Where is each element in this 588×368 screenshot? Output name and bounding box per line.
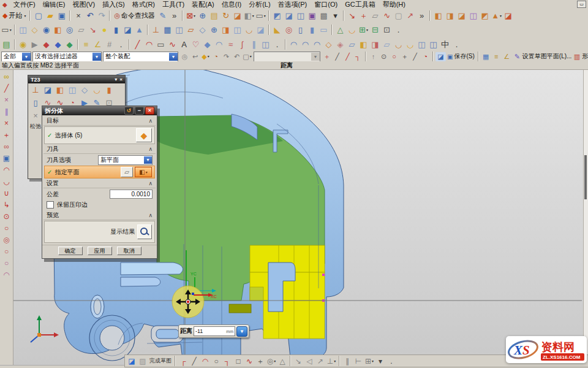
constraint-icon[interactable]: ⊥▾	[326, 356, 337, 366]
point-on-curve-icon[interactable]: ╱	[410, 52, 420, 61]
shaded-edges-icon[interactable]: ◩	[271, 10, 283, 21]
chevron-down-icon[interactable]: ▼	[22, 53, 31, 61]
menu-file[interactable]: 文件(F)	[10, 0, 39, 9]
resize-blend-icon[interactable]: ◩	[479, 10, 491, 21]
menu-window[interactable]: 窗口(O)	[311, 0, 341, 9]
sheet-body-icon[interactable]: ◫	[232, 24, 243, 36]
p-bend-icon[interactable]: ◡	[91, 84, 103, 96]
shaded-icon[interactable]: ◪	[283, 10, 295, 21]
dot-icon[interactable]: .	[393, 24, 404, 36]
plane-dialog-button[interactable]: ▱	[121, 167, 133, 177]
more-icon[interactable]: ▾	[375, 356, 386, 366]
bend-icon[interactable]: ◡	[243, 24, 255, 36]
thicken-sheet-icon[interactable]: ◨	[369, 39, 381, 50]
snap-red-icon[interactable]: ◆	[40, 39, 52, 50]
thicken-icon[interactable]: ◨	[220, 24, 232, 36]
palette-close-button[interactable]: ×	[119, 77, 123, 82]
rotate-icon[interactable]: ↻	[220, 10, 232, 21]
type-filter-dropdown[interactable]: 全部 ▼	[1, 52, 31, 62]
compass-icon[interactable]: ◔	[211, 52, 221, 61]
command-finder-button[interactable]: ◎命令查找器	[112, 11, 157, 20]
boss-icon[interactable]: ⊕	[208, 24, 220, 36]
finish-sketch-label[interactable]: 完成草图	[148, 357, 173, 365]
dialog-reset-button[interactable]: ↺	[124, 107, 134, 115]
ok-button[interactable]: 确定	[58, 247, 83, 255]
section-settings[interactable]: 设置 ∧	[43, 179, 156, 188]
text-icon[interactable]: A	[178, 39, 190, 50]
reverse-icon[interactable]: ↩	[190, 52, 200, 61]
move-face-icon[interactable]: ◧	[432, 10, 444, 21]
sphere-icon[interactable]: ●	[99, 24, 110, 36]
spline-icon[interactable]: ∿	[167, 39, 178, 50]
bars-icon[interactable]: ≡	[491, 52, 502, 61]
specify-plane-row[interactable]: ✓ 指定平面 ▱ ◧▾	[44, 166, 155, 178]
p-tube-icon[interactable]: ▯	[29, 97, 42, 109]
undo-icon[interactable]: ↶	[84, 10, 96, 21]
revolve-icon[interactable]: ◎	[64, 24, 75, 36]
pan-icon[interactable]: ▤	[208, 10, 220, 21]
circle-b-icon[interactable]: ○	[1, 222, 12, 234]
cross-icon[interactable]: ×	[1, 117, 12, 129]
sketch-display-icon[interactable]: ▨	[137, 356, 148, 366]
line-sk-icon[interactable]: ╱	[1, 82, 12, 94]
bounded-plane-icon[interactable]: ◧	[358, 39, 369, 50]
mid-point-icon[interactable]: ⊙	[379, 52, 389, 61]
more-display-icon[interactable]: ▾	[330, 10, 341, 21]
p-cross-icon[interactable]: ×	[29, 110, 42, 121]
chevron-down-icon[interactable]: ▼	[144, 156, 152, 164]
studio-spline-icon[interactable]: ∿	[244, 356, 255, 366]
angle-icon[interactable]: ∠	[502, 52, 512, 61]
pen-icon[interactable]: ✎	[157, 10, 168, 21]
menu-help[interactable]: 帮助(H)	[379, 0, 409, 9]
point-icon[interactable]: ＋	[255, 356, 266, 366]
fillet-icon[interactable]: ┐	[222, 356, 233, 366]
patch-icon[interactable]: ◆	[202, 39, 213, 50]
replace-face-icon[interactable]: ◫	[467, 10, 479, 21]
swept-icon[interactable]: ◠	[288, 39, 300, 50]
lasso-icon[interactable]: ▢▾	[242, 52, 252, 61]
edge-blend-icon[interactable]: ◡	[346, 24, 358, 36]
menu-analysis[interactable]: 分析(L)	[245, 0, 274, 9]
leader-icon[interactable]: ↳	[1, 199, 12, 210]
wireframe-icon[interactable]: ◫	[295, 10, 306, 21]
two-circles-icon[interactable]: ∞	[1, 140, 12, 152]
overflow-icon[interactable]: »	[168, 10, 180, 21]
close-icon[interactable]: ×	[72, 10, 84, 21]
surface-icon[interactable]: ◠	[213, 39, 225, 50]
section-curve-icon[interactable]: ＋	[358, 10, 369, 21]
end-point-icon[interactable]: ↑	[368, 52, 379, 61]
section-target[interactable]: 目标 ∧	[43, 117, 156, 126]
plane-options-button[interactable]: ◧▾	[135, 167, 152, 177]
zoom-icon[interactable]: ⊕	[197, 10, 208, 21]
cancel-button[interactable]: 取消	[117, 247, 141, 255]
offset-curve-icon[interactable]: ◎▾	[266, 356, 277, 366]
arc-b-icon[interactable]: ◡	[1, 175, 12, 187]
trim-sk-icon[interactable]: ×	[1, 94, 12, 105]
profile-icon[interactable]: ┌	[178, 356, 189, 366]
save-button[interactable]: ▣保存(S)	[446, 52, 476, 61]
fit-view-icon[interactable]: ⊠▾	[185, 10, 197, 21]
pipe2-icon[interactable]: ◫	[260, 39, 271, 50]
plus-colored-icon[interactable]: ＋	[322, 52, 332, 61]
circle-a-icon[interactable]: ⊙	[1, 210, 12, 222]
menu-insert[interactable]: 插入(S)	[99, 0, 129, 9]
studio-surface-icon[interactable]: ▱	[346, 39, 358, 50]
section-tool[interactable]: 刀具 ∧	[43, 145, 156, 154]
gear-icon[interactable]: ◎	[179, 52, 190, 61]
quadrant-icon[interactable]: ◔	[420, 52, 431, 61]
collapse-icon[interactable]: ∧	[148, 212, 153, 218]
scrollbar-thumb[interactable]	[584, 155, 587, 199]
section-preview[interactable]: 预览 ∧	[43, 211, 156, 220]
offset-surface-icon[interactable]: ▱	[381, 39, 393, 50]
keep-imprinted-checkbox[interactable]	[47, 201, 54, 209]
tube-icon[interactable]: ▯	[295, 24, 306, 36]
show-result-button[interactable]	[137, 224, 152, 239]
p-blend-icon[interactable]: ◇	[78, 84, 91, 96]
arc-c-icon[interactable]: ◠	[200, 356, 211, 366]
line-icon[interactable]: ╱	[132, 39, 143, 50]
open-file-icon[interactable]: ▰	[44, 10, 56, 21]
arc-icon[interactable]: ◠	[143, 39, 155, 50]
intersect-pt-icon[interactable]: ↗	[315, 356, 326, 366]
through-curves-icon[interactable]: ◫	[428, 39, 439, 50]
flange-icon[interactable]: ◡	[393, 39, 404, 50]
